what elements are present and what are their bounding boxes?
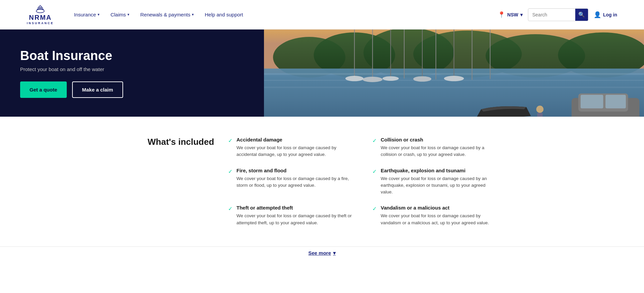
whats-included-section: What's included ✓ Accidental damage We c…	[0, 117, 644, 266]
search-input[interactable]	[528, 12, 575, 17]
hero-buttons: Get a quote Make a claim	[20, 81, 244, 98]
nav-right: 📍 NSW ▾ 🔍 👤 Log in	[498, 8, 617, 21]
chevron-down-icon: ▾	[127, 12, 129, 17]
location-state: NSW	[507, 12, 518, 17]
check-icon: ✓	[228, 168, 232, 175]
main-navigation: NRMA INSURANCE Insurance ▾ Claims ▾ Rene…	[0, 0, 644, 30]
login-label: Log in	[603, 12, 617, 17]
login-button[interactable]: 👤 Log in	[594, 11, 617, 18]
chevron-down-icon: ▾	[333, 250, 336, 256]
see-more-label: See more	[308, 250, 331, 256]
check-icon: ✓	[372, 137, 377, 144]
location-pin-icon: 📍	[498, 11, 505, 18]
feature-desc: We cover your boat for loss or damage ca…	[236, 213, 352, 226]
feature-title: Collision or crash	[381, 137, 496, 142]
feature-item-fire: ✓ Fire, storm and flood We cover your bo…	[228, 168, 352, 196]
user-icon: 👤	[594, 11, 601, 18]
check-icon: ✓	[372, 168, 377, 175]
logo-brand: NRMA	[29, 14, 52, 21]
feature-title: Accidental damage	[236, 137, 352, 142]
svg-point-0	[36, 9, 44, 13]
svg-rect-29	[605, 95, 626, 108]
check-icon: ✓	[372, 206, 377, 212]
hero-image	[264, 30, 644, 117]
nav-item-claims[interactable]: Claims ▾	[106, 9, 133, 20]
svg-point-21	[345, 76, 364, 81]
search-box: 🔍	[528, 8, 588, 21]
check-icon: ✓	[228, 206, 232, 212]
feature-item-theft: ✓ Theft or attempted theft We cover your…	[228, 205, 352, 226]
hero-subtitle: Protect your boat on and off the water	[20, 66, 244, 72]
svg-point-24	[413, 76, 431, 81]
feature-title: Vandalism or a malicious act	[381, 205, 496, 211]
hero-section: Boat Insurance Protect your boat on and …	[0, 30, 644, 117]
svg-point-22	[363, 77, 382, 82]
see-more-link[interactable]: See more ▾	[308, 250, 336, 256]
features-grid: ✓ Accidental damage We cover your boat f…	[228, 137, 496, 226]
section-heading: What's included	[148, 137, 215, 226]
nav-item-help[interactable]: Help and support	[201, 9, 247, 20]
location-selector[interactable]: 📍 NSW ▾	[498, 11, 523, 18]
svg-rect-28	[581, 95, 603, 108]
hero-background-image	[264, 30, 644, 117]
chevron-down-icon: ▾	[192, 12, 194, 17]
hero-title: Boat Insurance	[20, 49, 244, 63]
chevron-down-icon: ▾	[98, 12, 100, 17]
see-more-section: See more ▾	[0, 246, 644, 267]
feature-desc: We cover your boat for loss or damage ca…	[236, 175, 352, 189]
nav-item-renewals[interactable]: Renewals & payments ▾	[136, 9, 198, 20]
svg-point-23	[383, 76, 399, 80]
svg-rect-11	[264, 86, 644, 88]
feature-title: Earthquake, explosion and tsunami	[381, 168, 496, 173]
check-icon: ✓	[228, 137, 232, 144]
get-quote-button[interactable]: Get a quote	[20, 81, 67, 98]
feature-desc: We cover your boat for loss or damage ca…	[381, 213, 496, 226]
search-icon: 🔍	[578, 11, 585, 18]
nav-item-insurance[interactable]: Insurance ▾	[70, 9, 104, 20]
feature-desc: We cover your boat for loss or damage ca…	[381, 144, 496, 158]
nav-links: Insurance ▾ Claims ▾ Renewals & payments…	[70, 9, 498, 20]
search-button[interactable]: 🔍	[575, 8, 588, 21]
feature-desc: We cover your boat for loss or damage ca…	[381, 175, 496, 196]
hero-content: Boat Insurance Protect your boat on and …	[0, 30, 264, 117]
feature-item-accidental: ✓ Accidental damage We cover your boat f…	[228, 137, 352, 158]
logo[interactable]: NRMA INSURANCE	[27, 4, 54, 25]
feature-item-earthquake: ✓ Earthquake, explosion and tsunami We c…	[372, 168, 496, 196]
feature-desc: We cover your boat for loss or damage ca…	[236, 144, 352, 158]
chevron-down-icon: ▾	[520, 12, 523, 17]
feature-title: Fire, storm and flood	[236, 168, 352, 173]
feature-title: Theft or attempted theft	[236, 205, 352, 211]
svg-point-25	[444, 76, 464, 81]
make-claim-button[interactable]: Make a claim	[72, 81, 123, 98]
feature-item-vandalism: ✓ Vandalism or a malicious act We cover …	[372, 205, 496, 226]
feature-item-collision: ✓ Collision or crash We cover your boat …	[372, 137, 496, 158]
logo-sub: INSURANCE	[27, 21, 54, 25]
svg-point-34	[536, 106, 544, 113]
svg-rect-35	[537, 113, 543, 117]
